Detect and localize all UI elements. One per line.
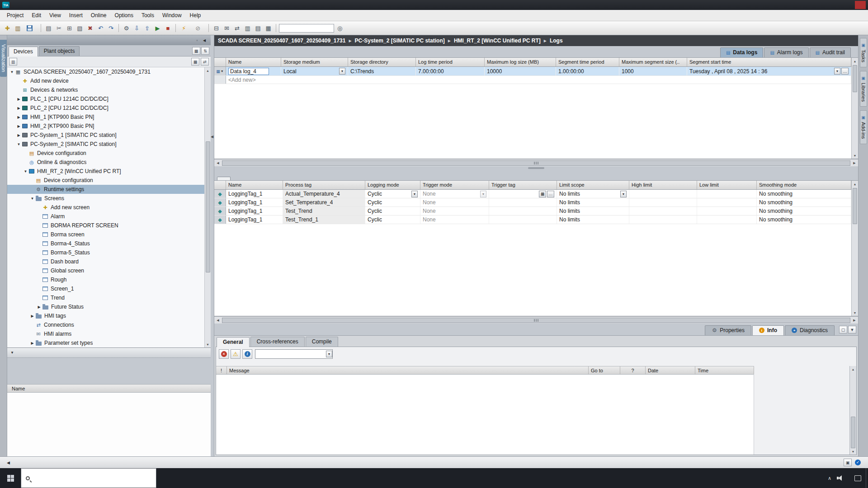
- editor-float-button[interactable]: [835, 37, 844, 44]
- tab-diagnostics[interactable]: +Diagnostics: [785, 325, 835, 335]
- data-logs-scrollbar[interactable]: ▲ ▼: [851, 58, 858, 159]
- tree-item[interactable]: Dash board: [7, 257, 204, 266]
- browse-button[interactable]: …: [547, 191, 554, 197]
- editor-close-button[interactable]: [845, 37, 854, 44]
- data-log-row[interactable]: ▦▼Data log_4Local▼C:\Trends7.00:00:00100…: [214, 67, 851, 76]
- tree-item[interactable]: ▶HMI_2 [KTP900 Basic PN]: [7, 122, 204, 131]
- expander-icon[interactable]: ▼: [16, 142, 22, 146]
- data-log-cell[interactable]: 1000: [619, 67, 687, 75]
- side-tab-tasks[interactable]: ▣Tasks: [860, 38, 867, 67]
- tree-link-icon[interactable]: ⇄: [201, 58, 209, 66]
- portal-view-button[interactable]: ◀: [2, 459, 17, 466]
- split-editor-horizontal-button[interactable]: ▥: [243, 23, 252, 33]
- taskbar-search-input[interactable]: [33, 475, 151, 481]
- message-filter-select[interactable]: ▼: [255, 349, 333, 359]
- compile-button[interactable]: ⚙: [122, 23, 131, 33]
- start-simulation-button[interactable]: ▶: [153, 23, 162, 33]
- logging-tag-row[interactable]: ◆LoggingTag_1Test_Trend_1CyclicNoneNo li…: [214, 216, 851, 224]
- tree-item[interactable]: ▶PLC_1 [CPU 1214C DC/DC/DC]: [7, 94, 204, 103]
- tab-audit-trail[interactable]: ▤Audit trail: [810, 47, 851, 57]
- editor-minimize-button[interactable]: [826, 37, 835, 44]
- tree-item[interactable]: ▶HMI_1 [KTP900 Basic PN]: [7, 113, 204, 122]
- tree-item[interactable]: Screen_1: [7, 284, 204, 293]
- restore-button[interactable]: [844, 1, 854, 9]
- tag-table-icon[interactable]: ▦: [539, 191, 546, 197]
- tree-item[interactable]: Borma screen: [7, 230, 204, 239]
- logging-tag-cell[interactable]: LoggingTag_1: [226, 216, 283, 224]
- go-offline-button[interactable]: [192, 24, 206, 33]
- scrollbar-thumb[interactable]: [851, 417, 855, 448]
- logging-tag-row[interactable]: ◆LoggingTag_1Actual_Temperature_4Cyclic▼…: [214, 190, 851, 198]
- tree-item[interactable]: ⚙Runtime settings: [7, 185, 204, 194]
- copy-button[interactable]: ⊞: [65, 23, 74, 33]
- scrollbar-thumb[interactable]: [853, 188, 857, 224]
- logging-tag-cell[interactable]: Test_Trend_1: [283, 216, 365, 224]
- side-tab-add-ins[interactable]: ▣Add-ins: [860, 110, 867, 144]
- row-selector[interactable]: ◆: [214, 207, 226, 215]
- data-log-cell[interactable]: 7.00:00:00: [416, 67, 485, 75]
- logging-tag-cell[interactable]: Cyclic▼: [365, 190, 420, 198]
- scroll-down-icon[interactable]: ▼: [852, 152, 858, 159]
- upload-from-device-button[interactable]: ⇧: [142, 23, 152, 33]
- menu-tools[interactable]: Tools: [137, 10, 158, 20]
- tree-item[interactable]: ▼PC-System_2 [SIMATIC PC station]: [7, 140, 204, 149]
- visualization-side-tab[interactable]: Visualization: [0, 40, 7, 77]
- expander-icon[interactable]: ▶: [36, 305, 42, 309]
- dropdown-button[interactable]: ▼: [411, 191, 418, 197]
- scrollbar-thumb[interactable]: [222, 318, 850, 323]
- expander-icon[interactable]: ▶: [16, 106, 22, 110]
- tree-item[interactable]: Alarm: [7, 212, 204, 221]
- scroll-down-icon[interactable]: ▼: [850, 448, 856, 455]
- logging-tag-cell[interactable]: None▼: [420, 190, 489, 198]
- collapse-panel-icon[interactable]: ◀: [201, 37, 208, 43]
- panel-splitter[interactable]: ◀: [211, 35, 214, 456]
- data-log-cell[interactable]: Data log_4: [226, 67, 281, 75]
- search-in-project-input[interactable]: [279, 24, 334, 33]
- logging-tags-hscrollbar[interactable]: ◀ ▶: [214, 316, 858, 324]
- dropdown-button[interactable]: ▼: [339, 68, 345, 75]
- scroll-up-icon[interactable]: ▲: [205, 67, 211, 74]
- row-selector[interactable]: ◆: [214, 216, 226, 224]
- menu-window[interactable]: Window: [158, 10, 186, 20]
- data-log-cell[interactable]: C:\Trends: [348, 67, 416, 75]
- logging-tag-cell[interactable]: Set_Temperature_4: [283, 198, 365, 206]
- menu-online[interactable]: Online: [87, 10, 111, 20]
- save-project-button[interactable]: [24, 24, 38, 32]
- expander-icon[interactable]: ▼: [23, 169, 28, 174]
- close-button[interactable]: [855, 1, 866, 9]
- add-new-cell[interactable]: <Add new>: [226, 76, 851, 84]
- tab-properties[interactable]: ⚙Properties: [705, 325, 751, 335]
- expander-icon[interactable]: ▼: [9, 70, 15, 74]
- start-button[interactable]: [0, 468, 21, 488]
- cross-reference-button[interactable]: ⇄: [232, 23, 242, 33]
- logging-tag-cell[interactable]: Cyclic: [365, 207, 420, 215]
- expander-icon[interactable]: ▶: [16, 124, 22, 128]
- tree-sort-icon[interactable]: ▥: [9, 58, 17, 66]
- tab-info[interactable]: iInfo: [752, 325, 784, 335]
- subtab-cross-references[interactable]: Cross-references: [250, 337, 305, 347]
- dropdown-button[interactable]: ▼: [834, 68, 840, 75]
- logging-tag-cell[interactable]: Cyclic: [365, 216, 420, 224]
- volume-icon[interactable]: [837, 475, 844, 481]
- tree-view-options-icon[interactable]: ▦: [191, 58, 199, 66]
- expander-icon[interactable]: ▶: [29, 341, 35, 345]
- breadcrumb-segment[interactable]: HMI_RT_2 [WinCC Unified PC RT]: [454, 38, 541, 44]
- name-editor[interactable]: Data log_4: [228, 68, 269, 75]
- filter-warnings-button[interactable]: ⚠: [231, 349, 241, 359]
- find-in-project-button[interactable]: ◎: [335, 23, 344, 33]
- subtab-general[interactable]: General: [217, 337, 250, 347]
- scroll-up-icon[interactable]: ▲: [850, 366, 856, 372]
- logging-tag-cell[interactable]: LoggingTag_1: [226, 198, 283, 206]
- scroll-up-icon[interactable]: ▲: [852, 58, 858, 64]
- browse-button[interactable]: …: [841, 68, 849, 75]
- expander-icon[interactable]: ▶: [16, 133, 22, 137]
- tree-item[interactable]: Borma-5_Status: [7, 248, 204, 257]
- tree-item[interactable]: Trend: [7, 293, 204, 302]
- dropdown-button[interactable]: ▼: [620, 191, 627, 197]
- scroll-right-icon[interactable]: ▶: [851, 319, 858, 322]
- minimize-button[interactable]: [832, 1, 843, 9]
- data-logs-hscrollbar[interactable]: ◀ ▶: [214, 159, 858, 166]
- add-new-row[interactable]: <Add new>: [214, 76, 851, 84]
- expander-icon[interactable]: ▶: [16, 115, 22, 119]
- breadcrumb-segment[interactable]: SCADA SCREEN_20250407_1607_20250409_1731: [218, 38, 345, 44]
